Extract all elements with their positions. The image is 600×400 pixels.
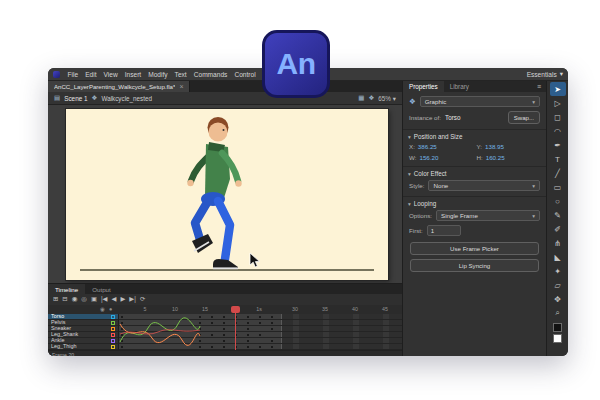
- loop-icon[interactable]: ⟳: [140, 296, 145, 302]
- tab-timeline[interactable]: Timeline: [48, 284, 85, 294]
- bone-tool-icon[interactable]: ⋔: [550, 236, 566, 250]
- first-frame-label: First:: [409, 227, 423, 234]
- looping-title: Looping: [414, 200, 436, 207]
- layer-outline-color[interactable]: [111, 327, 115, 331]
- layer-label: Pelvis: [51, 320, 109, 325]
- delete-layer-icon[interactable]: ⊟: [62, 296, 67, 302]
- w-label: W:: [409, 154, 416, 161]
- menu-edit[interactable]: Edit: [82, 71, 100, 78]
- subselection-tool-icon[interactable]: ▷: [550, 96, 566, 110]
- instance-name: Torso: [445, 114, 504, 121]
- playhead-handle[interactable]: [231, 306, 240, 313]
- menu-file[interactable]: File: [64, 71, 82, 78]
- symbol-icon: ❖: [92, 94, 98, 102]
- section-position-size[interactable]: ▾ Position and Size: [403, 129, 546, 141]
- fill-color-swatch[interactable]: [553, 334, 562, 343]
- timeline-status: Frame 20: [48, 350, 402, 356]
- loop-options-value: Single Frame: [441, 212, 529, 219]
- edit-multiple-frames-icon[interactable]: ▣: [91, 296, 97, 302]
- walk-character[interactable]: [187, 117, 241, 269]
- ruler-label-10: 10: [172, 306, 178, 312]
- eye-icon[interactable]: ◉: [100, 306, 105, 312]
- menu-text[interactable]: Text: [171, 71, 190, 78]
- tab-properties[interactable]: Properties: [403, 80, 444, 92]
- breadcrumb-symbol[interactable]: Walkcycle_nested: [101, 95, 152, 102]
- tools-strip-items: ➤▷◻◠✒T╱▭○✎✐⋔◣✦▱✥⌕: [550, 82, 566, 320]
- swap-button[interactable]: Swap...: [508, 111, 540, 124]
- pasteboard[interactable]: [48, 105, 402, 283]
- menu-modify[interactable]: Modify: [145, 71, 171, 78]
- layer-label: Ankle: [51, 338, 109, 343]
- first-frame-input[interactable]: [427, 225, 461, 236]
- edit-symbol-icon[interactable]: ❖: [368, 94, 374, 102]
- eraser-tool-icon[interactable]: ▱: [550, 278, 566, 292]
- zoom-tool-icon[interactable]: ⌕: [550, 306, 566, 320]
- rectangle-tool-icon[interactable]: ▭: [550, 180, 566, 194]
- pencil-tool-icon[interactable]: ✎: [550, 208, 566, 222]
- menu-commands[interactable]: Commands: [190, 71, 231, 78]
- lasso-tool-icon[interactable]: ◠: [550, 124, 566, 138]
- style-label: Style:: [409, 182, 424, 189]
- symbol-type-select[interactable]: Graphic ▾: [420, 96, 540, 107]
- layer-outline-color[interactable]: [111, 339, 115, 343]
- lock-icon[interactable]: ●: [109, 306, 112, 312]
- brush-tool-icon[interactable]: ✐: [550, 222, 566, 236]
- stage[interactable]: [66, 109, 388, 280]
- document-title: AnCC_LayerParenting_Walkcycle_Setup.fla*: [54, 83, 175, 90]
- pen-tool-icon[interactable]: ✒: [550, 138, 566, 152]
- breadcrumb-scene[interactable]: Scene 1: [64, 95, 87, 102]
- w-value[interactable]: 156.20: [419, 154, 438, 161]
- text-tool-icon[interactable]: T: [550, 152, 566, 166]
- onion-outlines-icon[interactable]: ◎: [81, 296, 87, 302]
- layer-outline-color[interactable]: [111, 345, 115, 349]
- cursor-arrow-icon: [250, 253, 260, 267]
- tab-output[interactable]: Output: [85, 284, 118, 294]
- line-tool-icon[interactable]: ╱: [550, 166, 566, 180]
- color-effect-title: Color Effect: [414, 170, 447, 177]
- loop-options-select[interactable]: Single Frame ▾: [436, 210, 540, 221]
- style-select[interactable]: None ▾: [428, 180, 540, 191]
- layer-outline-color[interactable]: [111, 315, 115, 319]
- chevron-down-icon: ▾: [560, 70, 563, 78]
- insert-layer-icon[interactable]: ⊞: [53, 296, 58, 302]
- y-value[interactable]: 138.95: [485, 143, 504, 150]
- character-back-hand: [187, 180, 193, 186]
- instance-of-label: Instance of:: [409, 114, 441, 121]
- playhead-line[interactable]: [235, 313, 236, 350]
- use-frame-picker-button[interactable]: Use Frame Picker: [410, 242, 539, 255]
- step-back-icon[interactable]: ◀: [112, 296, 117, 302]
- onion-skin-icon[interactable]: ◉: [72, 296, 78, 302]
- free-transform-tool-icon[interactable]: ◻: [550, 110, 566, 124]
- chevron-down-icon: ▾: [532, 183, 535, 189]
- section-color-effect[interactable]: ▾ Color Effect: [403, 166, 546, 178]
- menu-control[interactable]: Control: [231, 71, 259, 78]
- document-tab[interactable]: AnCC_LayerParenting_Walkcycle_Setup.fla*…: [48, 80, 190, 92]
- ruler-label-1s: 1s: [256, 306, 262, 312]
- section-looping[interactable]: ▾ Looping: [403, 196, 546, 208]
- oval-tool-icon[interactable]: ○: [550, 194, 566, 208]
- tab-library[interactable]: Library: [444, 80, 475, 92]
- panel-menu-icon[interactable]: ≡: [532, 80, 546, 92]
- step-forward-icon[interactable]: ▶|: [129, 296, 136, 302]
- lip-syncing-button[interactable]: Lip Syncing: [410, 259, 539, 272]
- selection-tool-icon[interactable]: ➤: [550, 82, 566, 96]
- layer-outline-color[interactable]: [111, 333, 115, 337]
- paint-bucket-tool-icon[interactable]: ◣: [550, 250, 566, 264]
- step-first-icon[interactable]: |◀: [101, 296, 108, 302]
- workspace-switcher[interactable]: Essentials ▾: [527, 70, 563, 78]
- stroke-color-swatch[interactable]: [553, 323, 562, 332]
- menu-insert[interactable]: Insert: [121, 71, 145, 78]
- menu-view[interactable]: View: [100, 71, 121, 78]
- play-icon[interactable]: ▶: [120, 296, 125, 302]
- edit-bar: ▤ Scene 1 ❖ Walkcycle_nested ▦ ❖ 65% ▾: [48, 92, 402, 105]
- eyedropper-tool-icon[interactable]: ✦: [550, 264, 566, 278]
- zoom-control[interactable]: 65% ▾: [378, 95, 396, 102]
- layer-outline-color[interactable]: [111, 321, 115, 325]
- adobe-animate-logo-text: An: [277, 47, 316, 81]
- edit-scene-icon[interactable]: ▦: [358, 94, 364, 102]
- hand-tool-icon[interactable]: ✥: [550, 292, 566, 306]
- h-value[interactable]: 160.25: [486, 154, 505, 161]
- close-icon[interactable]: ×: [179, 83, 183, 90]
- x-value[interactable]: 386.25: [418, 143, 437, 150]
- scene-icon: ▤: [54, 94, 60, 102]
